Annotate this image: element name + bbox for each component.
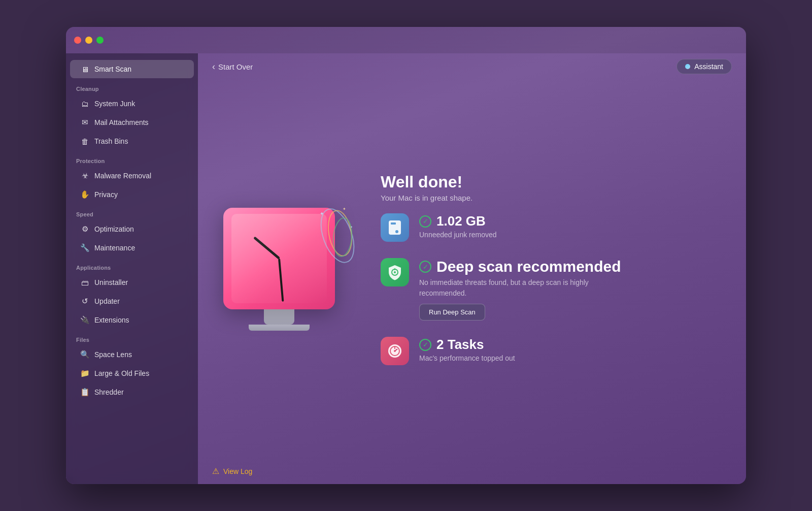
result-tasks: ✓ 2 Tasks Mac's performance topped out [381, 337, 716, 365]
sidebar-label-large-old-files: Large & Old Files [94, 369, 149, 377]
mac-illustration: ✦ ✦ ✦ [208, 173, 350, 366]
section-label-protection: Protection [66, 151, 198, 166]
result-junk-removed: ✓ 1.02 GB Unneeded junk removed [381, 213, 716, 242]
system-junk-icon: 🗂 [80, 99, 89, 108]
result-junk-main-line: ✓ 1.02 GB [419, 213, 716, 229]
maintenance-icon: 🔧 [80, 243, 89, 252]
main-content-area: ✦ ✦ ✦ Well done! Your Mac is in great sh [198, 80, 746, 458]
sidebar-item-mail-attachments[interactable]: ✉ Mail Attachments [70, 113, 194, 132]
close-button[interactable] [74, 37, 81, 44]
result-junk-value: 1.02 GB [436, 213, 486, 229]
sidebar-label-optimization: Optimization [94, 225, 134, 233]
sidebar-item-space-lens[interactable]: 🔍 Space Lens [70, 345, 194, 364]
malware-icon: ☣ [80, 171, 89, 180]
check-icon-scan: ✓ [419, 261, 431, 273]
space-lens-icon: 🔍 [80, 350, 89, 359]
section-label-applications: Applications [66, 258, 198, 273]
result-junk-text: ✓ 1.02 GB Unneeded junk removed [419, 213, 716, 239]
sidebar-label-uninstaller: Uninstaller [94, 278, 128, 286]
disk-icon-wrap [381, 213, 409, 242]
svg-point-2 [332, 217, 353, 257]
sidebar-label-extensions: Extensions [94, 316, 129, 324]
section-label-speed: Speed [66, 204, 198, 219]
result-deep-scan: ✓ Deep scan recommended No immediate thr… [381, 258, 716, 321]
sidebar-item-smart-scan[interactable]: 🖥 Smart Scan [70, 60, 194, 78]
result-scan-desc: No immediate threats found, but a deep s… [419, 277, 716, 299]
maximize-button[interactable] [96, 37, 104, 44]
results-panel: Well done! Your Mac is in great shape. [381, 173, 716, 365]
warning-icon: ⚠ [212, 466, 219, 476]
section-label-cleanup: Cleanup [66, 79, 198, 94]
sidebar-label-updater: Updater [94, 297, 120, 305]
svg-text:✦: ✦ [320, 211, 324, 216]
sidebar-label-mail-attachments: Mail Attachments [94, 118, 149, 126]
view-log-area[interactable]: ⚠ View Log [198, 458, 746, 484]
content-area: 🖥 Smart Scan Cleanup 🗂 System Junk ✉ Mai… [66, 53, 746, 484]
result-tasks-value: 2 Tasks [436, 337, 484, 353]
section-label-files: Files [66, 330, 198, 345]
mac-base [249, 325, 310, 331]
traffic-lights [74, 37, 104, 44]
results-header: Well done! Your Mac is in great shape. [381, 173, 716, 202]
result-junk-desc: Unneeded junk removed [419, 231, 716, 239]
mail-icon: ✉ [80, 118, 89, 127]
app-window: 🖥 Smart Scan Cleanup 🗂 System Junk ✉ Mai… [66, 27, 746, 484]
mac-stand [264, 309, 294, 325]
sidebar-item-privacy[interactable]: ✋ Privacy [70, 185, 194, 204]
sidebar-item-maintenance[interactable]: 🔧 Maintenance [70, 239, 194, 257]
sidebar-label-privacy: Privacy [94, 190, 118, 199]
minimize-button[interactable] [85, 37, 92, 44]
sidebar-label-space-lens: Space Lens [94, 350, 132, 359]
sidebar-label-shredder: Shredder [94, 388, 124, 396]
svg-text:✦: ✦ [343, 207, 346, 211]
results-title: Well done! [381, 173, 716, 191]
run-deep-scan-button[interactable]: Run Deep Scan [419, 304, 485, 321]
sidebar-item-trash-bins[interactable]: 🗑 Trash Bins [70, 132, 194, 150]
svg-rect-7 [391, 222, 396, 225]
shredder-icon: 📋 [80, 388, 89, 397]
sidebar-item-malware-removal[interactable]: ☣ Malware Removal [70, 167, 194, 185]
sidebar-label-system-junk: System Junk [94, 100, 135, 108]
svg-point-16 [394, 350, 396, 352]
view-log-label: View Log [223, 467, 252, 475]
sidebar-item-system-junk[interactable]: 🗂 System Junk [70, 94, 194, 113]
sidebar-label-smart-scan: Smart Scan [94, 65, 131, 73]
speed-icon-wrap [381, 337, 409, 365]
assistant-dot-icon [685, 64, 690, 69]
check-icon-junk: ✓ [419, 215, 431, 228]
shield-icon-wrap [381, 258, 409, 286]
back-arrow-icon: ‹ [212, 61, 215, 72]
check-icon-tasks: ✓ [419, 339, 431, 351]
sidebar-item-optimization[interactable]: ⚙ Optimization [70, 220, 194, 238]
sidebar-label-maintenance: Maintenance [94, 244, 135, 252]
assistant-button[interactable]: Assistant [676, 59, 732, 74]
titlebar [66, 27, 746, 53]
assistant-button-label: Assistant [694, 62, 723, 71]
result-tasks-main-line: ✓ 2 Tasks [419, 337, 716, 353]
topbar: ‹ Start Over Assistant [198, 53, 746, 80]
sidebar-item-extensions[interactable]: 🔌 Extensions [70, 311, 194, 329]
svg-point-8 [395, 230, 398, 233]
sidebar-item-uninstaller[interactable]: 🗃 Uninstaller [70, 273, 194, 292]
privacy-icon: ✋ [80, 190, 89, 199]
svg-text:✦: ✦ [350, 226, 353, 229]
smart-scan-icon: 🖥 [80, 65, 89, 74]
back-button-label: Start Over [218, 62, 253, 71]
result-tasks-desc: Mac's performance topped out [419, 354, 716, 362]
result-scan-main-line: ✓ Deep scan recommended [419, 258, 716, 275]
result-scan-text: ✓ Deep scan recommended No immediate thr… [419, 258, 716, 321]
back-button[interactable]: ‹ Start Over [212, 61, 253, 72]
main-panel: ‹ Start Over Assistant [198, 53, 746, 484]
large-files-icon: 📁 [80, 369, 89, 378]
result-tasks-text: ✓ 2 Tasks Mac's performance topped out [419, 337, 716, 362]
sidebar: 🖥 Smart Scan Cleanup 🗂 System Junk ✉ Mai… [66, 53, 198, 484]
extensions-icon: 🔌 [80, 315, 89, 325]
sidebar-item-shredder[interactable]: 📋 Shredder [70, 383, 194, 401]
svg-point-1 [325, 208, 355, 257]
sidebar-label-trash-bins: Trash Bins [94, 137, 128, 145]
sidebar-item-updater[interactable]: ↺ Updater [70, 292, 194, 310]
optimization-icon: ⚙ [80, 225, 89, 234]
results-subtitle: Your Mac is in great shape. [381, 194, 716, 202]
sidebar-label-malware-removal: Malware Removal [94, 172, 151, 180]
sidebar-item-large-old-files[interactable]: 📁 Large & Old Files [70, 364, 194, 382]
